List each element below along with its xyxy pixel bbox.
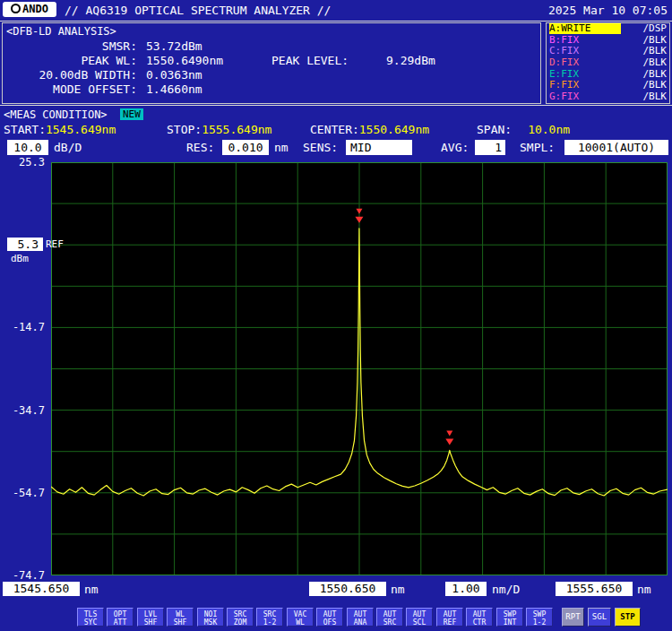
meas-field: START:1545.649nm	[4, 123, 116, 136]
sensitivity-field[interactable]: MID	[346, 140, 412, 155]
meas-field-label: CENTER:	[310, 123, 359, 136]
average-label: AVG:	[441, 141, 469, 154]
sgl-button[interactable]: SGL	[588, 608, 611, 627]
average-field[interactable]: 1	[475, 140, 505, 155]
softkey-swp-int[interactable]: SWPINT	[496, 608, 523, 627]
resolution-field[interactable]: 0.010	[222, 140, 269, 155]
trace-name: A:WRITE	[549, 23, 621, 34]
analysis-section-title: <DFB-LD ANALYSIS>	[6, 25, 116, 38]
softkey-label: NOI	[198, 610, 223, 618]
trace-row[interactable]: E:FIX/BLK	[547, 68, 669, 80]
analysis-label: 20.00dB WIDTH:	[3, 68, 137, 82]
trace-name: G:FIX	[549, 91, 579, 102]
trace-status: /BLK	[643, 69, 668, 80]
softkey-label: ATT	[108, 618, 133, 627]
trace-status: /DSP	[643, 23, 668, 34]
softkey-label: LVL	[138, 610, 163, 618]
analysis-row: MODE OFFSET:1.4660nm	[3, 82, 540, 96]
softkey-label: SRC	[377, 618, 402, 627]
trace-row[interactable]: G:FIX/BLK	[547, 91, 669, 103]
trace-status: /BLK	[643, 35, 668, 46]
trace-status: /BLK	[643, 80, 668, 91]
peak-marker	[445, 430, 453, 445]
meas-field-value: 1555.649nm	[202, 123, 271, 136]
meas-field-label: START:	[4, 123, 46, 136]
trace-row[interactable]: B:FIX/BLK	[547, 35, 669, 47]
softkey-label: 1-2	[257, 618, 282, 627]
meas-field-value: 10.0nm	[528, 123, 570, 136]
dfb-ld-analysis-panel: <DFB-LD ANALYSIS> SMSR:53.72dBmPEAK WL:1…	[2, 22, 541, 104]
softkey-toolbar: TLSSYCOPTATTLVLSHFWLSHFNOIMSKSRCZOMSRC1-…	[0, 606, 672, 631]
softkey-aut-scl[interactable]: AUTSCL	[406, 608, 433, 627]
title-bar: ANDO // AQ6319 OPTICAL SPECTRUM ANALYZER…	[0, 0, 672, 22]
ando-logo: ANDO	[3, 2, 56, 17]
meas-field-value: 1550.649nm	[359, 123, 429, 136]
softkey-label: AUT	[348, 610, 373, 618]
trace-name: D:FIX	[549, 57, 579, 68]
x-axis-stop-value: 1555.650	[556, 582, 633, 596]
softkey-aut-src[interactable]: AUTSRC	[376, 608, 403, 627]
trace-rows: A:WRITE/DSPB:FIX/BLKC:FIX/BLKD:FIX/BLKE:…	[547, 23, 669, 102]
softkey-vac-wl[interactable]: VACWL	[287, 608, 314, 627]
spectrum-chart-area	[51, 162, 668, 575]
softkey-aut-ctr[interactable]: AUTCTR	[466, 608, 493, 627]
sampling-label: SMPL:	[520, 141, 555, 154]
softkey-aut-ana[interactable]: AUTANA	[347, 608, 374, 627]
settings-row: 10.0 dB/D RES: 0.010 nm SENS: MID AVG: 1…	[0, 139, 672, 157]
analysis-value: 0.0363nm	[146, 68, 202, 82]
softkey-label: SRC	[228, 610, 253, 618]
softkey-label: SWP	[497, 610, 522, 618]
softkey-label: AUT	[437, 610, 462, 618]
trace-row[interactable]: F:FIX/BLK	[547, 80, 669, 91]
meas-section-title: <MEAS CONDITION>	[4, 108, 108, 121]
trace-status: /BLK	[643, 46, 668, 56]
peak-marker-icon	[355, 217, 363, 223]
softkey-src-1-2[interactable]: SRC1-2	[256, 608, 283, 627]
softkey-src-zom[interactable]: SRCZOM	[227, 608, 254, 627]
softkey-swp-1-2[interactable]: SWP1-2	[526, 608, 553, 627]
softkey-tls-syc[interactable]: TLSSYC	[77, 608, 104, 627]
ref-level-box[interactable]: 5.3	[7, 238, 43, 251]
softkey-label: ANA	[348, 618, 373, 627]
analysis-label: MODE OFFSET:	[3, 82, 137, 96]
softkey-opt-att[interactable]: OPTATT	[107, 608, 134, 627]
softkey-wl-shf[interactable]: WLSHF	[167, 608, 194, 627]
trace-status: /BLK	[643, 91, 668, 102]
analysis-label: PEAK WL:	[3, 54, 137, 67]
datetime-display: 2025 Mar 10 07:05	[548, 4, 668, 17]
softkey-label: SRC	[257, 610, 282, 618]
meas-field: STOP:1555.649nm	[167, 123, 271, 136]
softkey-label: SYC	[78, 618, 103, 627]
trace-row[interactable]: A:WRITE/DSP	[547, 23, 669, 35]
x-axis-center-unit: nm	[391, 583, 405, 596]
softkey-label: SHF	[168, 618, 193, 627]
y-axis-tick-label: 25.3	[0, 156, 45, 169]
softkey-lvl-shf[interactable]: LVLSHF	[137, 608, 164, 627]
meas-condition-section: <MEAS CONDITION> NEW START:1545.649nmSTO…	[0, 105, 672, 139]
meas-field-label: SPAN:	[477, 123, 512, 136]
scale-per-div-field[interactable]: 10.0	[7, 140, 48, 155]
meas-field-label: STOP:	[167, 123, 202, 136]
trace-name: C:FIX	[549, 46, 579, 56]
trace-row[interactable]: D:FIX/BLK	[547, 57, 669, 69]
softkey-label: WL	[288, 618, 313, 627]
softkey-label: TLS	[78, 610, 103, 618]
softkey-label: INT	[497, 618, 522, 627]
trace-row[interactable]: C:FIX/BLK	[547, 46, 669, 57]
trace-status-panel: A:WRITE/DSPB:FIX/BLKC:FIX/BLKD:FIX/BLKE:…	[546, 22, 670, 104]
softkey-aut-ofs[interactable]: AUTOFS	[316, 608, 343, 627]
resolution-unit-label: nm	[274, 141, 289, 154]
rpt-button[interactable]: RPT	[562, 608, 584, 627]
softkey-label: AUT	[407, 610, 432, 618]
x-axis-scale-unit: nm/D	[492, 583, 520, 596]
sampling-field[interactable]: 10001(AUTO)	[564, 140, 668, 155]
y-axis-tick-label: -74.7	[0, 569, 45, 582]
analysis-value: 1.4660nm	[146, 82, 202, 96]
softkey-label: AUT	[317, 610, 342, 618]
softkey-aut-ref[interactable]: AUTREF	[436, 608, 463, 627]
stp-button[interactable]: STP	[615, 608, 641, 627]
meas-field: CENTER:1550.649nm	[310, 123, 429, 136]
x-axis-stop-unit: nm	[637, 583, 651, 596]
softkey-label: MSK	[198, 618, 223, 627]
softkey-noi-msk[interactable]: NOIMSK	[197, 608, 224, 627]
